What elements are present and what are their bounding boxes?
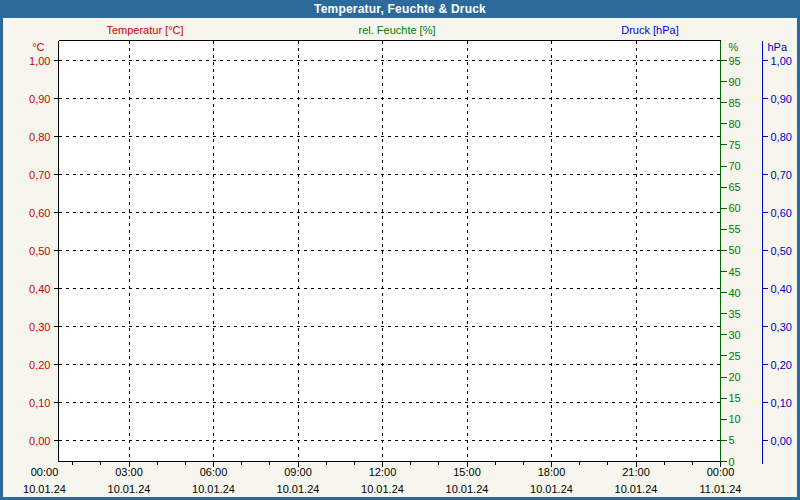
x-time-label: 00:00 [31,466,59,478]
temperature-tick-label: 0,10 [29,397,50,409]
x-time-label: 12:00 [369,466,397,478]
humidity-tick-label: 15 [729,392,741,404]
pressure-tick-label: 0,10 [771,397,792,409]
x-date-label: 10.01.24 [108,483,151,495]
humidity-tick-label: 30 [729,329,741,341]
humidity-tick-label: 75 [729,139,741,151]
humidity-tick-label: 60 [729,202,741,214]
humidity-tick-label: 55 [729,223,741,235]
temperature-tick-label: 0,50 [29,245,50,257]
x-date-label: 10.01.24 [277,483,320,495]
pressure-tick-label: 0,40 [771,283,792,295]
window-title: Temperatur, Feuchte & Druck [314,2,486,16]
humidity-tick-label: 25 [729,350,741,362]
temperature-tick-label: 0,40 [29,283,50,295]
humidity-tick-label: 95 [729,55,741,67]
humidity-tick-label: 5 [729,434,735,446]
temperature-tick-label: 0,90 [29,93,50,105]
pressure-tick-label: 0,00 [771,435,792,447]
humidity-tick-label: 80 [729,118,741,130]
temperature-unit-label: °C [32,41,44,53]
humidity-tick-label: 0 [729,456,735,468]
x-time-label: 06:00 [200,466,228,478]
pressure-tick-label: 0,30 [771,321,792,333]
humidity-tick-label: 65 [729,181,741,193]
window-titlebar: Temperatur, Feuchte & Druck [0,0,800,18]
temperature-tick-label: 0,20 [29,359,50,371]
x-date-label: 10.01.24 [361,483,404,495]
x-time-label: 15:00 [453,466,481,478]
humidity-tick-label: 40 [729,287,741,299]
temperature-tick-label: 0,70 [29,169,50,181]
humidity-unit-label: % [729,41,739,53]
pressure-tick-label: 0,80 [771,131,792,143]
chart-window: Temperatur, Feuchte & Druck Temperatur [… [0,0,800,500]
pressure-tick-label: 0,90 [771,93,792,105]
humidity-tick-label: 85 [729,97,741,109]
temperature-tick-label: 0,30 [29,321,50,333]
chart-canvas: 1,001,000,900,900,800,800,700,700,600,60… [3,18,797,497]
pressure-tick-label: 0,20 [771,359,792,371]
temperature-tick-label: 1,00 [29,55,50,67]
temperature-tick-label: 0,00 [29,435,50,447]
x-date-label: 10.01.24 [23,483,66,495]
pressure-tick-label: 0,60 [771,207,792,219]
x-date-label: 11.01.24 [699,483,741,495]
x-date-label: 10.01.24 [530,483,573,495]
x-date-label: 10.01.24 [615,483,658,495]
pressure-tick-label: 0,50 [771,245,792,257]
x-time-label: 18:00 [538,466,566,478]
humidity-tick-label: 90 [729,76,741,88]
temperature-tick-label: 0,60 [29,207,50,219]
chart-content: Temperatur [°C] rel. Feuchte [%] Druck [… [3,18,797,497]
pressure-tick-label: 0,70 [771,169,792,181]
x-date-label: 10.01.24 [446,483,489,495]
pressure-unit-label: hPa [768,41,788,53]
pressure-tick-label: 1,00 [771,55,792,67]
temperature-tick-label: 0,80 [29,131,50,143]
x-time-label: 09:00 [284,466,312,478]
x-time-label: 03:00 [115,466,143,478]
humidity-tick-label: 70 [729,160,741,172]
x-time-label: 21:00 [622,466,650,478]
humidity-tick-label: 20 [729,371,741,383]
humidity-tick-label: 35 [729,308,741,320]
x-date-label: 10.01.24 [192,483,235,495]
humidity-tick-label: 45 [729,266,741,278]
humidity-tick-label: 50 [729,244,741,256]
humidity-tick-label: 10 [729,413,741,425]
